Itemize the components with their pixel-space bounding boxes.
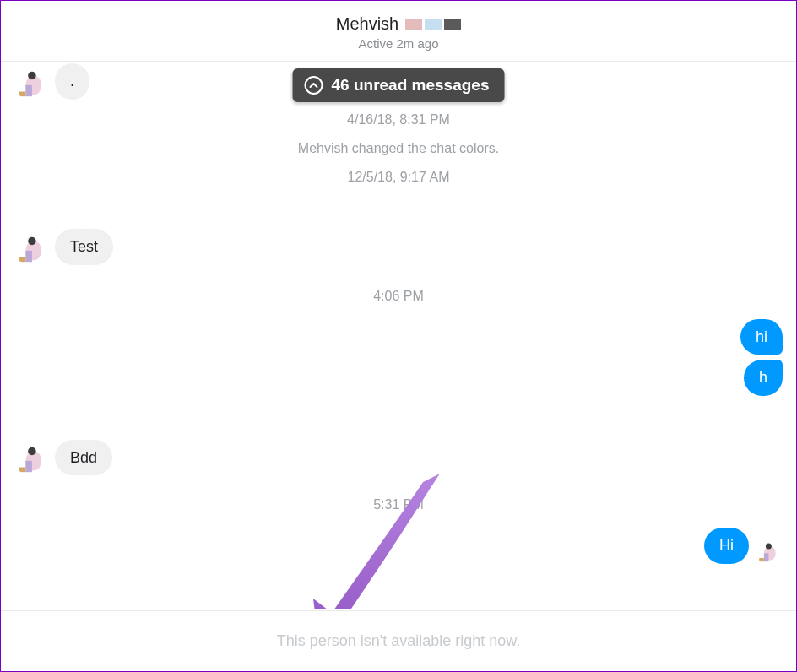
chat-header: Mehvish Active 2m ago: [1, 4, 796, 62]
unread-banner[interactable]: 46 unread messages: [293, 68, 505, 102]
svg-rect-8: [25, 250, 32, 261]
svg-rect-13: [25, 461, 32, 472]
avatar[interactable]: [14, 68, 46, 100]
message-bubble-outgoing[interactable]: h: [744, 360, 783, 396]
system-message: Mehvish changed the chat colors.: [14, 141, 783, 156]
svg-rect-14: [19, 468, 26, 473]
svg-rect-4: [19, 91, 26, 96]
svg-rect-9: [19, 257, 26, 262]
message-bubble-outgoing[interactable]: hi: [740, 319, 783, 355]
unread-label: 46 unread messages: [332, 76, 490, 95]
svg-rect-3: [25, 84, 32, 95]
contact-badges: [405, 19, 461, 30]
message-bubble-incoming[interactable]: .: [55, 63, 89, 100]
svg-rect-18: [764, 553, 769, 561]
avatar[interactable]: [756, 540, 779, 564]
message-row: Bdd: [14, 440, 783, 476]
avatar[interactable]: [14, 443, 46, 475]
timestamp: 5:31 PM: [14, 497, 783, 512]
badge-icon: [405, 19, 422, 30]
unavailable-text: This person isn't available right now.: [277, 632, 521, 650]
timestamp: 4/16/18, 8:31 PM: [14, 112, 783, 127]
svg-point-7: [28, 236, 36, 245]
avatar[interactable]: [14, 233, 46, 265]
badge-icon: [425, 19, 442, 30]
message-bubble-outgoing[interactable]: Hi: [704, 528, 749, 564]
message-row: Test: [14, 229, 783, 265]
timestamp: 4:06 PM: [14, 289, 783, 304]
chevron-up-icon: [305, 76, 323, 95]
svg-point-17: [766, 543, 772, 549]
contact-status: Active 2m ago: [18, 36, 779, 51]
badge-icon: [444, 19, 461, 30]
contact-name[interactable]: Mehvish: [336, 14, 398, 34]
message-row: Hi: [14, 528, 783, 564]
svg-point-12: [28, 447, 36, 456]
message-bubble-incoming[interactable]: Test: [55, 229, 113, 265]
message-row: hi h: [14, 319, 783, 396]
svg-rect-19: [759, 558, 764, 561]
message-row: .: [14, 63, 98, 100]
composer-unavailable: This person isn't available right now.: [1, 610, 796, 671]
svg-point-2: [28, 71, 36, 79]
timestamp: 12/5/18, 9:17 AM: [14, 170, 783, 185]
message-bubble-incoming[interactable]: Bdd: [55, 440, 112, 476]
message-thread[interactable]: . 46 unread messages 4/16/18, 8:31 PM Me…: [1, 62, 796, 609]
